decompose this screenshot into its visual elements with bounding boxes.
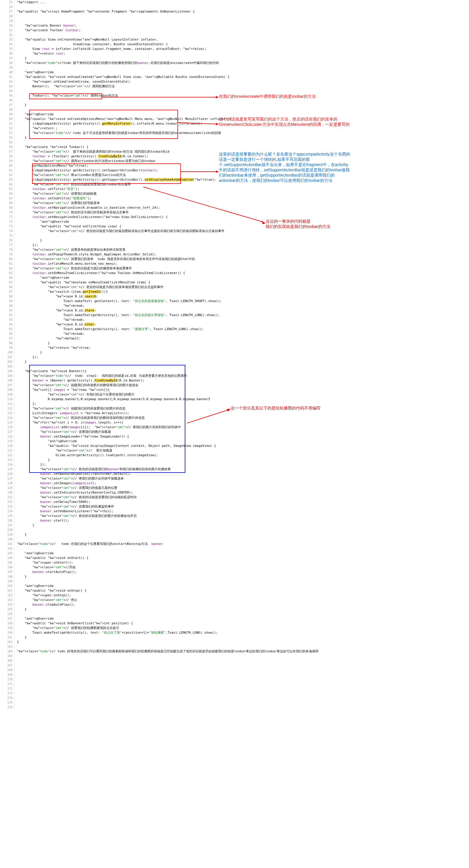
code-line[interactable]: toolbar.setPopupTheme(R.style.Widget_App… xyxy=(17,252,469,257)
code-line[interactable]: "kw">class="cmt">//开始 xyxy=(17,565,469,570)
code-line[interactable]: "kw">class="cmt">// 设置菜单的就是弹出出来的样式和背景 xyxy=(17,248,469,252)
code-line[interactable]: "ann">@Override xyxy=(17,584,469,588)
code-line[interactable]: "kw">class="cmt">// 设置我们的图片加载器 xyxy=(17,430,469,434)
code-line[interactable] xyxy=(17,579,469,584)
code-line[interactable]: View root = inflater.inflate(R.layout.fr… xyxy=(17,47,469,51)
code-line[interactable]: "kw">public "kw">void onStop() { xyxy=(17,588,469,593)
code-line[interactable]: "kw">super.onStop(); xyxy=(17,593,469,598)
code-line[interactable]: "kw">import ... xyxy=(17,0,469,5)
code-line[interactable]: "kw">class="cmt">// 然后的话就是我们的banner和我们的画… xyxy=(17,467,469,472)
code-line[interactable]: "kw">public "kw">void onStart() { xyxy=(17,556,469,560)
code-line[interactable]: toolbar.inflateMenu(R.menu.bottom_nav_me… xyxy=(17,261,469,266)
code-line[interactable]: "kw">case R.id.share: xyxy=(17,308,469,313)
code-line[interactable]: "kw">return "kw">true; xyxy=(17,346,469,350)
code-line[interactable]: "kw">case R.id.other: xyxy=(17,322,469,327)
code-line[interactable] xyxy=(17,546,469,551)
code-line[interactable] xyxy=(17,89,469,93)
code-line[interactable]: "kw">break; xyxy=(17,332,469,336)
code-line[interactable]: "kw">return root; xyxy=(17,51,469,56)
code-line[interactable]: "kw">private Toolbar toolbar; xyxy=(17,28,469,33)
code-line[interactable] xyxy=(17,65,469,70)
code-line[interactable]: "kw">public "kw">void onViewCreated("ann… xyxy=(17,75,469,80)
code-line[interactable]: "kw">public "kw">void OnBannerClick("kw"… xyxy=(17,621,469,626)
code-line[interactable]: } xyxy=(17,135,469,140)
code-line[interactable]: banner.startAutoPlay(); xyxy=(17,570,469,575)
code-line[interactable]: } xyxy=(17,56,469,61)
code-line[interactable]: "kw">class="cmt">// 然后的话就是我们的图片的轮播自动开启 xyxy=(17,514,469,518)
code-line[interactable]: } xyxy=(17,458,469,462)
code-line[interactable]: "kw">class="cmt">// 创建我们的存放图片的数组将我们的图片放进… xyxy=(17,383,469,388)
code-line[interactable]: banner.setImages(iamgesList); xyxy=(17,481,469,486)
code-line[interactable]: } xyxy=(17,532,469,537)
code-line[interactable]: List<Integer> iamgesList = "kw">new Arra… xyxy=(17,411,469,415)
code-line[interactable]: "kw">private "kw">void Banner(){ xyxy=(17,369,469,374)
code-line[interactable]: "kw">class="todo">// todo 好现在的话我们可以看到我们的… xyxy=(17,649,469,654)
code-line[interactable]: "ann">@Override xyxy=(17,439,469,444)
code-line[interactable]: "kw">class="todo">//todo 接下来的话实现我们的图片的轮播… xyxy=(17,61,469,65)
code-line[interactable]: "kw">class="cmt">// 然后的话就是为我们的菜单项设置我们的点击… xyxy=(17,285,469,289)
code-line[interactable]: "kw">public "kw">void displayImage(Conte… xyxy=(17,444,469,448)
code-line[interactable]: "kw">private "kw">void Toobar() { xyxy=(17,145,469,149)
code-line[interactable]: "kw">class="cmt">// 设置我们的菜单 todo 我是另外在我们… xyxy=(17,257,469,261)
code-line[interactable]: "kw">class="cmt">// 然后的话就是为我们的侧滑菜单项设置事件 xyxy=(17,266,469,271)
code-line[interactable]: "kw">default: xyxy=(17,336,469,341)
code-line[interactable]: ViewGroup container, Bundle savedInstanc… xyxy=(17,42,469,47)
code-line[interactable]: "ann">@Override xyxy=(17,70,469,75)
code-line[interactable] xyxy=(17,19,469,23)
code-line[interactable]: "kw">super.onStart(); xyxy=(17,560,469,565)
code-line[interactable] xyxy=(17,537,469,542)
code-line[interactable] xyxy=(17,33,469,37)
code-line[interactable]: } xyxy=(17,640,469,645)
code-line[interactable]: "kw">class="cmt">// 然后的话就是为我们的返回图标添加点击事件… xyxy=(17,229,469,234)
code-line[interactable]: "kw">class="cmt">// 设置我们的轮播图展现的点击提示 xyxy=(17,626,469,630)
code-line[interactable]: } xyxy=(17,523,469,528)
code-line[interactable]: "kw">case R.id.search: xyxy=(17,294,469,299)
code-line[interactable]: }); xyxy=(17,462,469,467)
code-line[interactable]: "ann">@Override xyxy=(17,112,469,117)
code-line[interactable]: } xyxy=(17,607,469,612)
code-line[interactable] xyxy=(17,364,469,369)
code-line[interactable]: banner.setOnBannerListener("kw">this); xyxy=(17,509,469,514)
code-line[interactable]: "kw">public "kw">class HomeFragment "kw"… xyxy=(17,9,469,14)
code-line[interactable]: Toast.makeText(getActivity(), text: "你点击… xyxy=(17,630,469,635)
code-line[interactable]: } xyxy=(17,350,469,355)
code-line[interactable]: Glide.with(getActivity()).load(path).int… xyxy=(17,453,469,458)
code-line[interactable]: "kw">public View onCreateView("ann">@Non… xyxy=(17,37,469,42)
code-line[interactable]: "kw">break; xyxy=(17,317,469,322)
code-line[interactable]: "kw">class="cmt">// 将我们的图片从列表中加载进来 xyxy=(17,476,469,481)
code-line[interactable] xyxy=(17,5,469,9)
code-line[interactable]: banner.setDelayTime(5000); xyxy=(17,500,469,504)
code-line[interactable]: "kw">class="todo">// todo 这个方法也是存碍着我们的就是… xyxy=(17,131,469,135)
code-line[interactable] xyxy=(17,645,469,649)
code-line[interactable]: "kw">for("kw">int i = 0; i<images.length… xyxy=(17,420,469,425)
code-line[interactable]: "kw">private Banner banner; xyxy=(17,23,469,28)
code-line[interactable]: R.mipmap.banner1,R.mipmap.banner2,R.mipm… xyxy=(17,397,469,402)
code-line[interactable]: "kw">switch (item.getItemId()){ xyxy=(17,289,469,294)
code-line[interactable]: banner.setIndicatorGravity(BannerConfig.… xyxy=(17,490,469,495)
code-line[interactable]: toolbar.setOnMenuItemClickListener("kw">… xyxy=(17,271,469,276)
code-line[interactable]: } xyxy=(17,360,469,364)
code-line[interactable]: banner.setImageLoader("kw">new ImageLoad… xyxy=(17,434,469,439)
code-line[interactable]: "kw">class="todo">// todo 在我们的这个位置重写我们的o… xyxy=(17,542,469,546)
code-line[interactable]: } xyxy=(17,103,469,107)
code-line[interactable]: "ann">@Override xyxy=(17,616,469,621)
code-line[interactable]: "kw">class="todo">// todo step1: 找到我们的就是… xyxy=(17,374,469,378)
code-line[interactable]: Banner(); "kw">class="cmt">// 调用轮播的方法 xyxy=(17,84,469,89)
code-line[interactable]: } xyxy=(17,238,469,243)
code-line[interactable]: "kw">class="cmt">// 停止 xyxy=(17,598,469,602)
code-line[interactable]: } xyxy=(17,635,469,640)
code-line[interactable]: "ann">@Override xyxy=(17,276,469,280)
code-line[interactable] xyxy=(17,14,469,19)
code-line[interactable]: banner.stopAutoPlay(); xyxy=(17,602,469,607)
code-line[interactable]: Toast.makeText(getActivity(), text: "你点击… xyxy=(17,313,469,317)
code-editor[interactable]: "kw">import ..."kw">public "kw">class Ho… xyxy=(14,0,469,710)
code-line[interactable]: }); xyxy=(17,243,469,248)
code-line[interactable]: "kw">super.onViewCreated(view, savedInst… xyxy=(17,80,469,84)
code-line[interactable]: Toast.makeText( getContext(), text: "你点击… xyxy=(17,299,469,304)
code-line[interactable]: Toast.makeText(getActivity(), text: "谢谢分… xyxy=(17,327,469,332)
code-line[interactable]: "ann">@Override xyxy=(17,551,469,556)
code-line[interactable]: "kw">class="cmt">// 设置我们的轮播监听事件 xyxy=(17,504,469,509)
code-line[interactable]: "kw">class="cmt">// 设置我们的值显示器的位置 xyxy=(17,486,469,490)
code-line[interactable]: }); xyxy=(17,355,469,360)
code-line[interactable]: "kw">int[] images = "kw">new "kw">int[]{ xyxy=(17,388,469,392)
